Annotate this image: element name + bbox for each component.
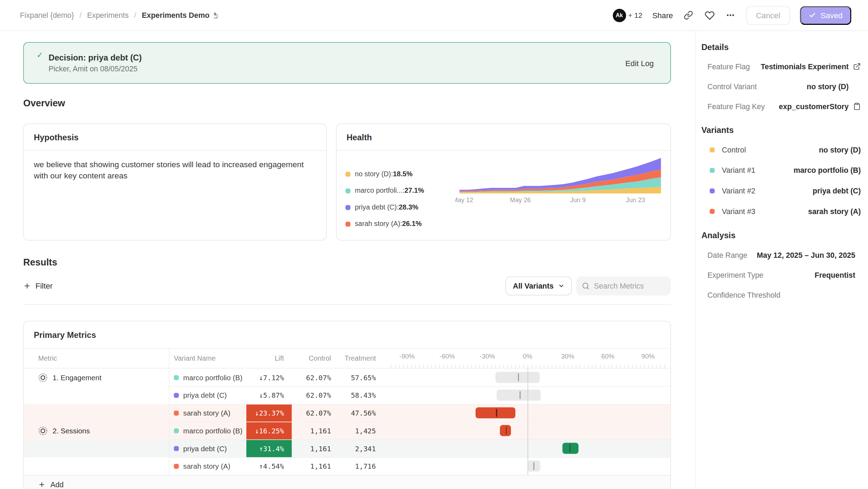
analysis-row: Date RangeMay 12, 2025 – Jun 30, 2025 [701, 245, 861, 265]
copy-link-icon[interactable] [683, 10, 694, 21]
edit-log-button[interactable]: Edit Log [625, 58, 654, 67]
mean-lift-tick [506, 427, 506, 434]
axis-tick [636, 364, 637, 368]
saved-button[interactable]: Saved [800, 6, 852, 25]
variant-swatch [174, 410, 179, 415]
axis-tick [580, 364, 580, 368]
variant-row: Controlno story (D) [701, 140, 861, 160]
legend-item: marco portfoli...: 27.1% [346, 182, 454, 199]
variant-row: Variant #2priya debt (C) [701, 180, 861, 201]
variant-cell: priya debt (C) [169, 444, 246, 453]
x-axis-label: Jun 9 [570, 197, 586, 204]
top-bar: Fixpanel {demo}/Experiments/Experiments … [0, 0, 868, 31]
breadcrumb-item[interactable]: Fixpanel {demo} [20, 11, 74, 20]
control-value: 62.07% [292, 391, 332, 399]
decision-subtitle: Picker, Amit on 08/05/2025 [49, 65, 142, 73]
stacked-area-chart: May 12May 26Jun 9Jun 23 [455, 158, 663, 204]
variant-swatch [174, 463, 179, 468]
top-bar-actions: Ak + 12 Share Cancel Saved [613, 6, 851, 25]
breadcrumb-item[interactable]: Experiments [87, 11, 129, 20]
external-link-icon[interactable] [853, 63, 861, 70]
axis-tick [600, 364, 601, 368]
metric-name: 1. Engagement [52, 374, 101, 382]
mean-lift-tick [534, 462, 534, 470]
hypothesis-body: we believe that showing customer stories… [24, 151, 325, 190]
axis-tick [407, 364, 408, 368]
results-heading: Results [23, 257, 671, 268]
axis-tick [496, 364, 496, 368]
cancel-button[interactable]: Cancel [746, 6, 790, 25]
metric-row[interactable]: 1. Engagementmarco portfolio (B)↓7.12%62… [24, 368, 670, 386]
axis-tick [507, 364, 508, 368]
axis-tick [552, 364, 552, 368]
breadcrumb-item[interactable]: Experiments Demo [142, 11, 219, 20]
lift-value: ↓7.12% [246, 368, 292, 386]
axis-tick [471, 364, 472, 368]
metrics-search[interactable] [576, 277, 671, 296]
lift-value: ↓5.87% [246, 386, 292, 404]
plus-icon [23, 282, 31, 290]
metrics-table-header: Metric Variant Name Lift Control Treatme… [24, 348, 670, 368]
analysis-title: Analysis [701, 231, 861, 240]
axis-tick [431, 364, 432, 368]
variant-row: Variant #1marco portfolio (B) [701, 160, 861, 181]
treatment-value: 1,716 [332, 462, 377, 470]
axis-tick [499, 364, 500, 368]
axis-tick [512, 364, 512, 368]
share-button[interactable]: Share [652, 11, 673, 20]
collaborators[interactable]: Ak + 12 [613, 9, 642, 22]
axis-tick [656, 364, 657, 368]
axis-tick [620, 364, 621, 368]
variant-swatch [710, 168, 715, 173]
axis-tick [556, 364, 556, 368]
avatar[interactable]: Ak [613, 9, 626, 22]
search-icon [582, 282, 589, 290]
decision-banner: ✓ Decision: priya debt (C) Picker, Amit … [23, 42, 671, 84]
axis-tick [491, 364, 492, 368]
control-value: 1,161 [292, 462, 332, 470]
lift-axis-label: 90% [642, 353, 655, 360]
copy-to-clipboard-icon[interactable] [853, 102, 861, 110]
lift-value: ↓23.37% [246, 404, 292, 422]
metric-row[interactable]: sarah story (A)↓23.37%62.07%47.56% [24, 404, 670, 422]
primary-metrics-card: Primary Metrics Metric Variant Name Lift… [23, 321, 671, 489]
treatment-value: 1,425 [332, 426, 377, 435]
add-filter-button[interactable]: Filter [23, 282, 53, 290]
axis-tick [531, 364, 532, 368]
health-title: Health [337, 124, 670, 151]
detail-row-feature-flag: Feature Flag Testimonials Experiment [701, 57, 861, 77]
variant-row: Variant #3sarah story (A) [701, 201, 861, 222]
axis-tick [467, 364, 468, 368]
collaborator-count: + 12 [628, 11, 643, 20]
lift-axis: -90%-60%-30%0%30%60%90% [387, 348, 668, 368]
results-divider [23, 304, 671, 305]
axis-tick [443, 364, 444, 368]
health-card: Health no story (D): 18.5%marco portfoli… [336, 123, 671, 240]
confidence-interval-bar [496, 372, 540, 383]
health-legend: no story (D): 18.5%marco portfoli...: 27… [346, 158, 454, 232]
col-control: Control [292, 355, 332, 362]
axis-tick [648, 364, 649, 368]
variants-dropdown[interactable]: All Variants [506, 277, 572, 296]
axis-tick [608, 364, 609, 368]
more-options-icon[interactable] [725, 10, 736, 21]
axis-tick [411, 364, 412, 368]
axis-tick [624, 364, 625, 368]
favorite-icon[interactable] [704, 10, 715, 21]
variants-list: Controlno story (D)Variant #1marco portf… [701, 140, 861, 221]
lift-axis-label: -30% [480, 353, 495, 360]
variant-swatch [174, 375, 179, 380]
metric-row[interactable]: priya debt (C)↓5.87%62.07%58.43% [24, 386, 670, 404]
check-icon: ✓ [37, 50, 43, 59]
metric-row[interactable]: 2. Sessionsmarco portfolio (B)↓16.25%1,1… [24, 422, 670, 440]
search-input[interactable] [594, 282, 660, 290]
metric-row[interactable]: priya debt (C)↑31.4%1,1612,341 [24, 439, 670, 457]
overview-heading: Overview [23, 98, 671, 109]
axis-tick [528, 364, 528, 368]
add-metric-button[interactable]: Add [24, 475, 670, 489]
axis-tick [568, 364, 569, 368]
mean-lift-tick [520, 391, 520, 399]
metric-row[interactable]: sarah story (A)↑4.54%1,1611,716 [24, 457, 670, 475]
metrics-table-body: 1. Engagementmarco portfolio (B)↓7.12%62… [24, 368, 670, 475]
variant-swatch [710, 209, 715, 214]
